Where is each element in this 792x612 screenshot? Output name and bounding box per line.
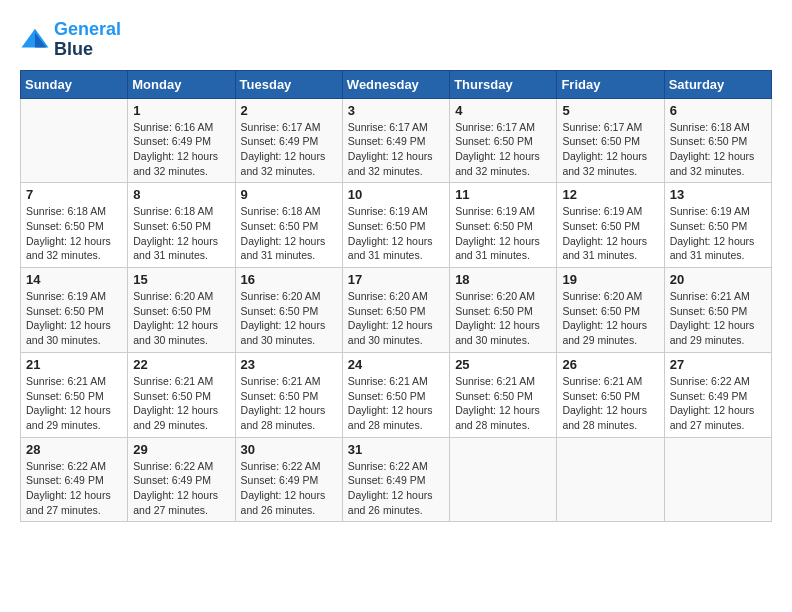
day-info: Sunrise: 6:21 AM Sunset: 6:50 PM Dayligh…	[26, 374, 122, 433]
day-info: Sunrise: 6:21 AM Sunset: 6:50 PM Dayligh…	[670, 289, 766, 348]
day-cell: 15Sunrise: 6:20 AM Sunset: 6:50 PM Dayli…	[128, 268, 235, 353]
day-number: 8	[133, 187, 229, 202]
day-number: 11	[455, 187, 551, 202]
logo-text: General Blue	[54, 20, 121, 60]
day-info: Sunrise: 6:20 AM Sunset: 6:50 PM Dayligh…	[562, 289, 658, 348]
day-number: 20	[670, 272, 766, 287]
day-number: 31	[348, 442, 444, 457]
day-cell: 8Sunrise: 6:18 AM Sunset: 6:50 PM Daylig…	[128, 183, 235, 268]
day-info: Sunrise: 6:22 AM Sunset: 6:49 PM Dayligh…	[26, 459, 122, 518]
day-cell: 31Sunrise: 6:22 AM Sunset: 6:49 PM Dayli…	[342, 437, 449, 522]
day-cell: 10Sunrise: 6:19 AM Sunset: 6:50 PM Dayli…	[342, 183, 449, 268]
day-number: 22	[133, 357, 229, 372]
day-cell: 17Sunrise: 6:20 AM Sunset: 6:50 PM Dayli…	[342, 268, 449, 353]
day-number: 17	[348, 272, 444, 287]
header-saturday: Saturday	[664, 70, 771, 98]
day-info: Sunrise: 6:17 AM Sunset: 6:50 PM Dayligh…	[562, 120, 658, 179]
day-info: Sunrise: 6:19 AM Sunset: 6:50 PM Dayligh…	[26, 289, 122, 348]
day-cell: 5Sunrise: 6:17 AM Sunset: 6:50 PM Daylig…	[557, 98, 664, 183]
day-number: 29	[133, 442, 229, 457]
day-cell: 6Sunrise: 6:18 AM Sunset: 6:50 PM Daylig…	[664, 98, 771, 183]
day-number: 25	[455, 357, 551, 372]
day-number: 9	[241, 187, 337, 202]
day-cell: 24Sunrise: 6:21 AM Sunset: 6:50 PM Dayli…	[342, 352, 449, 437]
day-info: Sunrise: 6:22 AM Sunset: 6:49 PM Dayligh…	[670, 374, 766, 433]
day-info: Sunrise: 6:17 AM Sunset: 6:50 PM Dayligh…	[455, 120, 551, 179]
day-cell: 3Sunrise: 6:17 AM Sunset: 6:49 PM Daylig…	[342, 98, 449, 183]
day-info: Sunrise: 6:20 AM Sunset: 6:50 PM Dayligh…	[133, 289, 229, 348]
day-cell: 16Sunrise: 6:20 AM Sunset: 6:50 PM Dayli…	[235, 268, 342, 353]
day-cell: 11Sunrise: 6:19 AM Sunset: 6:50 PM Dayli…	[450, 183, 557, 268]
day-info: Sunrise: 6:19 AM Sunset: 6:50 PM Dayligh…	[670, 204, 766, 263]
day-cell	[557, 437, 664, 522]
header-friday: Friday	[557, 70, 664, 98]
day-number: 4	[455, 103, 551, 118]
week-row-5: 28Sunrise: 6:22 AM Sunset: 6:49 PM Dayli…	[21, 437, 772, 522]
day-cell: 20Sunrise: 6:21 AM Sunset: 6:50 PM Dayli…	[664, 268, 771, 353]
day-number: 5	[562, 103, 658, 118]
day-info: Sunrise: 6:16 AM Sunset: 6:49 PM Dayligh…	[133, 120, 229, 179]
day-cell: 29Sunrise: 6:22 AM Sunset: 6:49 PM Dayli…	[128, 437, 235, 522]
day-number: 24	[348, 357, 444, 372]
day-info: Sunrise: 6:21 AM Sunset: 6:50 PM Dayligh…	[455, 374, 551, 433]
week-row-3: 14Sunrise: 6:19 AM Sunset: 6:50 PM Dayli…	[21, 268, 772, 353]
logo-icon	[20, 25, 50, 55]
day-cell: 4Sunrise: 6:17 AM Sunset: 6:50 PM Daylig…	[450, 98, 557, 183]
day-cell: 28Sunrise: 6:22 AM Sunset: 6:49 PM Dayli…	[21, 437, 128, 522]
day-info: Sunrise: 6:18 AM Sunset: 6:50 PM Dayligh…	[133, 204, 229, 263]
day-cell: 7Sunrise: 6:18 AM Sunset: 6:50 PM Daylig…	[21, 183, 128, 268]
day-info: Sunrise: 6:21 AM Sunset: 6:50 PM Dayligh…	[241, 374, 337, 433]
day-info: Sunrise: 6:21 AM Sunset: 6:50 PM Dayligh…	[133, 374, 229, 433]
day-number: 1	[133, 103, 229, 118]
header-wednesday: Wednesday	[342, 70, 449, 98]
day-info: Sunrise: 6:20 AM Sunset: 6:50 PM Dayligh…	[348, 289, 444, 348]
day-info: Sunrise: 6:20 AM Sunset: 6:50 PM Dayligh…	[241, 289, 337, 348]
day-cell	[664, 437, 771, 522]
day-number: 16	[241, 272, 337, 287]
day-number: 6	[670, 103, 766, 118]
day-info: Sunrise: 6:20 AM Sunset: 6:50 PM Dayligh…	[455, 289, 551, 348]
day-number: 18	[455, 272, 551, 287]
week-row-2: 7Sunrise: 6:18 AM Sunset: 6:50 PM Daylig…	[21, 183, 772, 268]
day-info: Sunrise: 6:19 AM Sunset: 6:50 PM Dayligh…	[562, 204, 658, 263]
day-info: Sunrise: 6:19 AM Sunset: 6:50 PM Dayligh…	[455, 204, 551, 263]
day-info: Sunrise: 6:17 AM Sunset: 6:49 PM Dayligh…	[348, 120, 444, 179]
day-number: 27	[670, 357, 766, 372]
header-sunday: Sunday	[21, 70, 128, 98]
day-number: 15	[133, 272, 229, 287]
day-cell: 21Sunrise: 6:21 AM Sunset: 6:50 PM Dayli…	[21, 352, 128, 437]
week-row-4: 21Sunrise: 6:21 AM Sunset: 6:50 PM Dayli…	[21, 352, 772, 437]
calendar-header-row: SundayMondayTuesdayWednesdayThursdayFrid…	[21, 70, 772, 98]
day-info: Sunrise: 6:18 AM Sunset: 6:50 PM Dayligh…	[670, 120, 766, 179]
day-cell: 18Sunrise: 6:20 AM Sunset: 6:50 PM Dayli…	[450, 268, 557, 353]
day-cell: 9Sunrise: 6:18 AM Sunset: 6:50 PM Daylig…	[235, 183, 342, 268]
day-cell: 27Sunrise: 6:22 AM Sunset: 6:49 PM Dayli…	[664, 352, 771, 437]
header-thursday: Thursday	[450, 70, 557, 98]
day-cell: 19Sunrise: 6:20 AM Sunset: 6:50 PM Dayli…	[557, 268, 664, 353]
day-info: Sunrise: 6:18 AM Sunset: 6:50 PM Dayligh…	[241, 204, 337, 263]
logo: General Blue	[20, 20, 121, 60]
week-row-1: 1Sunrise: 6:16 AM Sunset: 6:49 PM Daylig…	[21, 98, 772, 183]
day-number: 26	[562, 357, 658, 372]
day-number: 2	[241, 103, 337, 118]
day-cell: 13Sunrise: 6:19 AM Sunset: 6:50 PM Dayli…	[664, 183, 771, 268]
day-cell: 1Sunrise: 6:16 AM Sunset: 6:49 PM Daylig…	[128, 98, 235, 183]
page-header: General Blue	[20, 20, 772, 60]
day-number: 12	[562, 187, 658, 202]
day-info: Sunrise: 6:21 AM Sunset: 6:50 PM Dayligh…	[348, 374, 444, 433]
day-number: 21	[26, 357, 122, 372]
header-monday: Monday	[128, 70, 235, 98]
day-cell: 26Sunrise: 6:21 AM Sunset: 6:50 PM Dayli…	[557, 352, 664, 437]
svg-marker-1	[35, 32, 46, 47]
day-cell	[21, 98, 128, 183]
day-info: Sunrise: 6:22 AM Sunset: 6:49 PM Dayligh…	[348, 459, 444, 518]
day-cell: 23Sunrise: 6:21 AM Sunset: 6:50 PM Dayli…	[235, 352, 342, 437]
day-info: Sunrise: 6:22 AM Sunset: 6:49 PM Dayligh…	[241, 459, 337, 518]
day-number: 3	[348, 103, 444, 118]
day-number: 28	[26, 442, 122, 457]
day-info: Sunrise: 6:19 AM Sunset: 6:50 PM Dayligh…	[348, 204, 444, 263]
day-cell: 2Sunrise: 6:17 AM Sunset: 6:49 PM Daylig…	[235, 98, 342, 183]
day-cell: 12Sunrise: 6:19 AM Sunset: 6:50 PM Dayli…	[557, 183, 664, 268]
day-info: Sunrise: 6:22 AM Sunset: 6:49 PM Dayligh…	[133, 459, 229, 518]
day-cell	[450, 437, 557, 522]
